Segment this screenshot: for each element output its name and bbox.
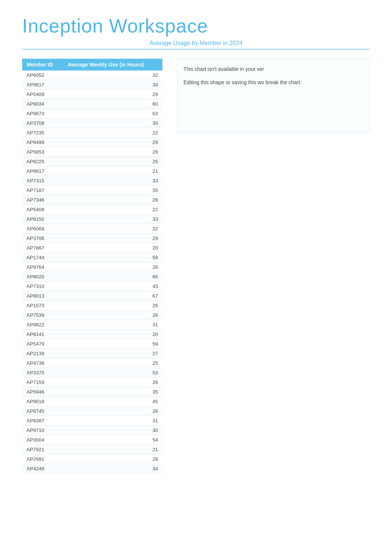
table-row: AP802066	[22, 272, 162, 282]
cell-avg-value: 26	[63, 310, 162, 320]
table-row: AP734628	[22, 195, 162, 205]
cell-member-id: AP9499	[22, 138, 63, 147]
cell-member-id: AP7235	[22, 128, 63, 138]
cell-member-id: AP9673	[22, 109, 63, 119]
cell-avg-value: 28	[63, 454, 162, 464]
table-row: AP547959	[22, 339, 162, 349]
cell-avg-value: 30	[63, 80, 162, 90]
table-row: AP213927	[22, 349, 162, 358]
cell-avg-value: 60	[63, 99, 162, 109]
cell-member-id: AP8387	[22, 416, 63, 426]
col-member-id: Member ID	[22, 59, 63, 71]
table-row: AP370830	[22, 119, 162, 128]
cell-member-id: AP9710	[22, 426, 63, 435]
table-row: AP594635	[22, 387, 162, 397]
cell-avg-value: 66	[63, 272, 162, 282]
cell-avg-value: 58	[63, 253, 162, 262]
cell-avg-value: 32	[63, 71, 162, 80]
table-row: AP540929	[22, 90, 162, 99]
cell-member-id: AP5853	[22, 147, 63, 157]
table-row: AP299128	[22, 454, 162, 464]
table-row: AP822525	[22, 157, 162, 167]
table-row: AP424934	[22, 464, 162, 474]
cell-avg-value: 33	[63, 214, 162, 224]
table-row: AP861721	[22, 167, 162, 176]
cell-member-id: AP3708	[22, 119, 63, 128]
cell-member-id: AP3375	[22, 368, 63, 378]
cell-member-id: AP4249	[22, 464, 63, 474]
cell-avg-value: 53	[63, 368, 162, 378]
table-row: AP838731	[22, 416, 162, 426]
cell-avg-value: 33	[63, 176, 162, 186]
table-row: AP903460	[22, 99, 162, 109]
cell-avg-value: 67	[63, 291, 162, 301]
cell-avg-value: 29	[63, 90, 162, 99]
cell-member-id: AP8020	[22, 272, 63, 282]
usage-table: Member ID Average Weekly Use (in Hours) …	[22, 59, 162, 474]
cell-member-id: AP7921	[22, 445, 63, 454]
cell-member-id: AP7159	[22, 378, 63, 387]
cell-avg-value: 20	[63, 243, 162, 253]
cell-avg-value: 34	[63, 464, 162, 474]
cell-avg-value: 22	[63, 205, 162, 214]
cell-member-id: AP7187	[22, 186, 63, 195]
cell-avg-value: 29	[63, 138, 162, 147]
table-row: AP901845	[22, 397, 162, 406]
cell-avg-value: 54	[63, 435, 162, 445]
cell-avg-value: 29	[63, 234, 162, 243]
table-row: AP540822	[22, 205, 162, 214]
cell-member-id: AP6052	[22, 71, 63, 80]
cell-avg-value: 27	[63, 349, 162, 358]
table-row: AP949929	[22, 138, 162, 147]
cell-avg-value: 20	[63, 330, 162, 339]
cell-member-id: AP7346	[22, 195, 63, 205]
chart-area: This chart isn't available in your ver E…	[177, 59, 370, 133]
cell-member-id: AP5409	[22, 90, 63, 99]
cell-member-id: AP8225	[22, 157, 63, 167]
table-row: AP786720	[22, 243, 162, 253]
cell-avg-value: 26	[63, 406, 162, 416]
cell-avg-value: 43	[63, 282, 162, 291]
table-row: AP723522	[22, 128, 162, 138]
table-row: AP967363	[22, 109, 162, 119]
cell-avg-value: 35	[63, 186, 162, 195]
table-row: AP801367	[22, 291, 162, 301]
table-row: AP792121	[22, 445, 162, 454]
cell-avg-value: 21	[63, 445, 162, 454]
table-row: AP753926	[22, 310, 162, 320]
chart-notice: This chart isn't available in your ver E…	[183, 65, 364, 87]
cell-member-id: AP7539	[22, 310, 63, 320]
cell-avg-value: 63	[63, 109, 162, 119]
table-row: AP976426	[22, 262, 162, 272]
table-row: AP982231	[22, 320, 162, 330]
cell-avg-value: 26	[63, 301, 162, 310]
cell-member-id: AP7310	[22, 282, 63, 291]
table-row: AP874526	[22, 406, 162, 416]
cell-member-id: AP9764	[22, 262, 63, 272]
cell-member-id: AP6068	[22, 224, 63, 234]
table-row: AP107326	[22, 301, 162, 310]
table-row: AP971030	[22, 426, 162, 435]
cell-member-id: AP8141	[22, 330, 63, 339]
cell-avg-value: 21	[63, 167, 162, 176]
cell-avg-value: 31	[63, 320, 162, 330]
cell-avg-value: 30	[63, 426, 162, 435]
cell-member-id: AP3004	[22, 435, 63, 445]
cell-member-id: AP8617	[22, 167, 63, 176]
cell-member-id: AP1073	[22, 301, 63, 310]
chart-notice-line2: Editing this shape or saving this wo bre…	[183, 78, 364, 87]
table-row: AP605232	[22, 71, 162, 80]
cell-member-id: AP2139	[22, 349, 63, 358]
cell-member-id: AP7867	[22, 243, 63, 253]
cell-avg-value: 25	[63, 157, 162, 167]
cell-member-id: AP5408	[22, 205, 63, 214]
cell-member-id: AP9018	[22, 397, 63, 406]
cell-member-id: AP9822	[22, 320, 63, 330]
cell-member-id: AP2991	[22, 454, 63, 464]
table-row: AP814120	[22, 330, 162, 339]
cell-avg-value: 22	[63, 224, 162, 234]
table-row: AP370629	[22, 234, 162, 243]
table-row: AP606822	[22, 224, 162, 234]
cell-avg-value: 26	[63, 262, 162, 272]
cell-member-id: AP7315	[22, 176, 63, 186]
